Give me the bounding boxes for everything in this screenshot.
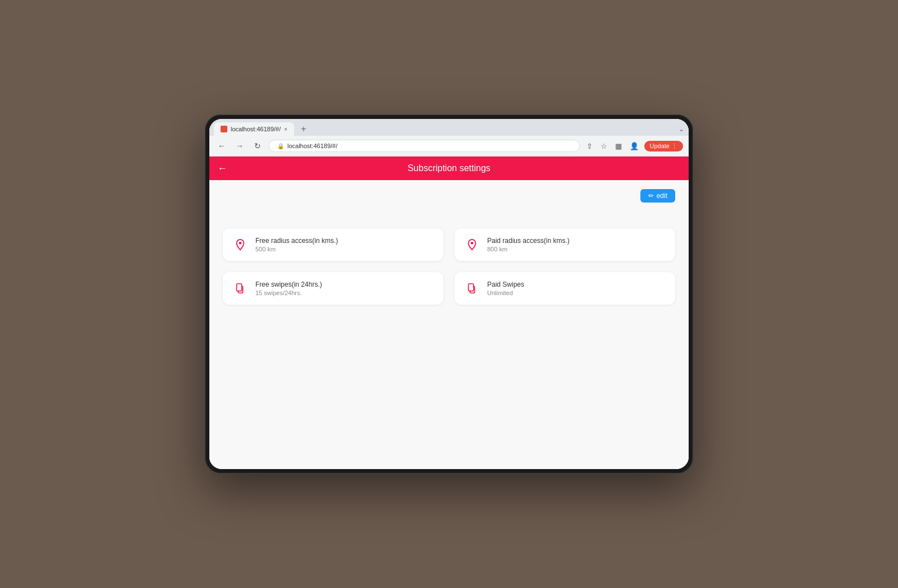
- paid-radius-card: Paid radius access(in kms.) 800 km: [455, 228, 675, 261]
- back-nav-button[interactable]: ←: [215, 139, 228, 153]
- page-title: Subscription settings: [407, 163, 491, 173]
- browser-toolbar: ← → ↻ 🔒 localhost:46189/#/ ⇧ ☆ ▦ 👤 Updat…: [209, 136, 689, 156]
- tab-grid-icon[interactable]: ▦: [613, 141, 624, 151]
- new-tab-button[interactable]: +: [296, 123, 310, 135]
- address-bar[interactable]: 🔒 localhost:46189/#/: [269, 140, 580, 152]
- app-content: ← Subscription settings ✏ edit: [209, 157, 689, 469]
- svg-rect-3: [469, 284, 474, 291]
- svg-point-1: [471, 242, 474, 245]
- paid-swipes-value: Unlimited: [487, 290, 524, 296]
- location-icon-paid: [464, 236, 480, 253]
- app-body: ✏ edit: [209, 180, 689, 469]
- paid-swipes-info: Paid Swipes Unlimited: [487, 281, 524, 296]
- paid-radius-info: Paid radius access(in kms.) 800 km: [487, 237, 570, 252]
- reload-button[interactable]: ↻: [251, 139, 264, 153]
- profile-icon[interactable]: 👤: [627, 141, 641, 151]
- forward-nav-button[interactable]: →: [233, 139, 246, 153]
- free-radius-info: Free radius access(in kms.) 500 km: [255, 237, 338, 252]
- edit-button[interactable]: ✏ edit: [640, 189, 675, 203]
- free-swipes-label: Free swipes(in 24hrs.): [255, 281, 322, 288]
- free-swipes-card: Free swipes(in 24hrs.) 15 swipes/24hrs.: [223, 272, 443, 305]
- settings-grid: Free radius access(in kms.) 500 km: [223, 228, 675, 305]
- url-text: localhost:46189/#/: [287, 143, 337, 149]
- swipe-icon-free: [232, 280, 249, 297]
- paid-radius-value: 800 km: [487, 246, 570, 252]
- paid-swipes-label: Paid Swipes: [487, 281, 524, 288]
- paid-radius-label: Paid radius access(in kms.): [487, 237, 570, 245]
- free-radius-label: Free radius access(in kms.): [255, 237, 338, 245]
- free-radius-card: Free radius access(in kms.) 500 km: [223, 228, 443, 261]
- svg-point-0: [239, 242, 242, 245]
- top-spacer: [223, 212, 675, 228]
- update-button[interactable]: Update ⋮: [644, 141, 683, 151]
- svg-rect-2: [237, 284, 242, 291]
- edit-label: edit: [657, 192, 667, 200]
- free-radius-value: 500 km: [255, 246, 338, 252]
- app-back-button[interactable]: ←: [217, 163, 227, 174]
- edit-pencil-icon: ✏: [648, 192, 654, 200]
- tab-favicon: [221, 126, 227, 132]
- app-header: ← Subscription settings: [209, 157, 689, 180]
- tablet-frame: localhost:46189/#/ × + ⌄ ← → ↻ 🔒 localho…: [205, 114, 693, 474]
- share-icon[interactable]: ⇧: [584, 141, 595, 151]
- browser-tab-active[interactable]: localhost:46189/#/ ×: [214, 122, 294, 136]
- star-icon[interactable]: ☆: [598, 141, 610, 151]
- update-menu-icon: ⋮: [671, 143, 677, 150]
- tab-close-button[interactable]: ×: [284, 126, 287, 132]
- toolbar-actions: ⇧ ☆ ▦ 👤 Update ⋮: [584, 141, 683, 151]
- location-icon-free: [232, 236, 249, 253]
- tab-url-label: localhost:46189/#/: [231, 126, 281, 132]
- tab-chevron: ⌄: [679, 125, 684, 133]
- free-swipes-info: Free swipes(in 24hrs.) 15 swipes/24hrs.: [255, 281, 322, 296]
- browser-chrome: localhost:46189/#/ × + ⌄ ← → ↻ 🔒 localho…: [209, 119, 689, 157]
- lock-icon: 🔒: [277, 143, 284, 149]
- tablet-screen: localhost:46189/#/ × + ⌄ ← → ↻ 🔒 localho…: [209, 119, 689, 469]
- edit-btn-container: ✏ edit: [223, 189, 675, 203]
- swipe-icon-paid: [464, 280, 480, 297]
- update-label: Update: [650, 143, 670, 149]
- browser-tabs-bar: localhost:46189/#/ × + ⌄: [209, 119, 689, 136]
- paid-swipes-card: Paid Swipes Unlimited: [455, 272, 675, 305]
- free-swipes-value: 15 swipes/24hrs.: [255, 290, 322, 296]
